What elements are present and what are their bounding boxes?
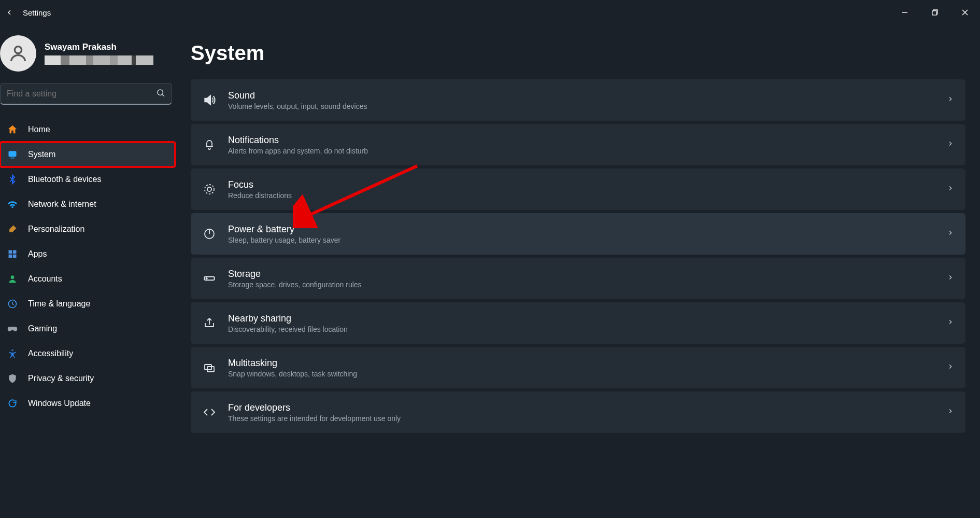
- chevron-right-icon: [947, 318, 954, 328]
- storage-icon: [202, 271, 217, 286]
- card-sub: Sleep, battery usage, battery saver: [228, 236, 935, 244]
- developer-icon: [202, 405, 217, 419]
- card-title: For developers: [228, 402, 935, 413]
- search-field[interactable]: [7, 89, 156, 99]
- sidebar-item-apps[interactable]: Apps: [0, 242, 175, 267]
- bluetooth-icon: [6, 173, 19, 186]
- cards-list: Sound Volume levels, output, input, soun…: [191, 79, 965, 433]
- bell-icon: [202, 137, 217, 152]
- search-input[interactable]: [0, 83, 172, 105]
- close-button[interactable]: [950, 2, 980, 23]
- profile-email-redacted: [45, 55, 153, 65]
- svg-line-6: [162, 94, 164, 96]
- app-title: Settings: [23, 8, 51, 17]
- sound-icon: [202, 93, 217, 107]
- chevron-right-icon: [947, 363, 954, 372]
- profile-name: Swayam Prakash: [45, 42, 153, 52]
- svg-rect-11: [9, 255, 12, 258]
- card-title: Multitasking: [228, 358, 935, 369]
- card-power[interactable]: Power & battery Sleep, battery usage, ba…: [191, 213, 965, 255]
- card-title: Nearby sharing: [228, 313, 935, 324]
- sidebar-item-system[interactable]: System: [0, 142, 175, 167]
- titlebar: Settings: [0, 0, 980, 25]
- sidebar-item-label: Privacy & security: [28, 374, 94, 383]
- card-title: Focus: [228, 179, 935, 190]
- sidebar-item-gaming[interactable]: Gaming: [0, 316, 175, 341]
- card-focus[interactable]: Focus Reduce distractions: [191, 169, 965, 210]
- sidebar: Swayam Prakash Home: [0, 25, 175, 518]
- sidebar-item-winupdate[interactable]: Windows Update: [0, 391, 175, 416]
- person-icon: [6, 273, 19, 285]
- card-multitasking[interactable]: Multitasking Snap windows, desktops, tas…: [191, 347, 965, 388]
- sidebar-item-time[interactable]: Time & language: [0, 291, 175, 316]
- chevron-right-icon: [947, 229, 954, 239]
- profile[interactable]: Swayam Prakash: [0, 35, 175, 83]
- maximize-button[interactable]: [920, 2, 950, 23]
- main: System Sound Volume levels, output, inpu…: [175, 25, 980, 518]
- svg-point-5: [158, 90, 163, 95]
- card-title: Sound: [228, 90, 935, 101]
- sidebar-item-label: System: [28, 150, 55, 159]
- sidebar-item-bluetooth[interactable]: Bluetooth & devices: [0, 167, 175, 192]
- svg-point-15: [11, 349, 13, 351]
- back-button[interactable]: [3, 6, 16, 19]
- avatar: [0, 35, 36, 72]
- card-title: Storage: [228, 269, 935, 279]
- card-devs[interactable]: For developers These settings are intend…: [191, 391, 965, 433]
- sidebar-item-home[interactable]: Home: [0, 117, 175, 142]
- sidebar-item-network[interactable]: Network & internet: [0, 192, 175, 217]
- svg-point-16: [207, 187, 211, 191]
- card-notifications[interactable]: Notifications Alerts from apps and syste…: [191, 124, 965, 165]
- svg-rect-9: [9, 250, 12, 254]
- sidebar-item-personalization[interactable]: Personalization: [0, 217, 175, 242]
- search-icon: [156, 88, 165, 100]
- svg-rect-10: [13, 250, 17, 254]
- svg-rect-8: [11, 158, 15, 159]
- sidebar-item-label: Apps: [28, 249, 47, 259]
- chevron-right-icon: [947, 274, 954, 283]
- sidebar-item-label: Accessibility: [28, 349, 73, 358]
- sidebar-item-label: Time & language: [28, 299, 90, 309]
- power-icon: [202, 227, 217, 241]
- svg-rect-23: [207, 367, 214, 372]
- multitask-icon: [202, 360, 217, 375]
- card-sub: These settings are intended for developm…: [228, 414, 935, 423]
- wifi-icon: [6, 198, 19, 211]
- card-sub: Storage space, drives, configuration rul…: [228, 281, 935, 289]
- sidebar-item-accessibility[interactable]: Accessibility: [0, 341, 175, 366]
- card-storage[interactable]: Storage Storage space, drives, configura…: [191, 258, 965, 299]
- card-sound[interactable]: Sound Volume levels, output, input, soun…: [191, 79, 965, 121]
- nav: Home System Bluetooth & devices Network …: [0, 114, 175, 416]
- card-sub: Discoverability, received files location: [228, 325, 935, 333]
- svg-rect-22: [205, 365, 211, 370]
- home-icon: [6, 123, 19, 136]
- svg-point-21: [206, 278, 207, 279]
- card-title: Power & battery: [228, 224, 935, 235]
- sidebar-item-privacy[interactable]: Privacy & security: [0, 366, 175, 391]
- sidebar-item-accounts[interactable]: Accounts: [0, 267, 175, 291]
- shield-icon: [6, 372, 19, 385]
- focus-icon: [202, 182, 217, 197]
- card-nearby[interactable]: Nearby sharing Discoverability, received…: [191, 302, 965, 344]
- sidebar-item-label: Windows Update: [28, 399, 91, 408]
- sidebar-item-label: Accounts: [28, 274, 62, 284]
- sidebar-item-label: Network & internet: [28, 200, 96, 209]
- clock-icon: [6, 298, 19, 310]
- sidebar-item-label: Personalization: [28, 225, 84, 234]
- svg-rect-1: [932, 11, 936, 15]
- svg-point-4: [15, 47, 21, 53]
- minimize-button[interactable]: [890, 2, 920, 23]
- chevron-right-icon: [947, 95, 954, 105]
- system-icon: [6, 148, 19, 161]
- chevron-right-icon: [947, 140, 954, 149]
- card-sub: Volume levels, output, input, sound devi…: [228, 102, 935, 110]
- card-sub: Snap windows, desktops, task switching: [228, 370, 935, 378]
- page-title: System: [191, 41, 965, 65]
- card-title: Notifications: [228, 135, 935, 146]
- svg-rect-7: [9, 151, 17, 157]
- apps-icon: [6, 248, 19, 260]
- svg-point-13: [11, 275, 15, 279]
- sidebar-item-label: Gaming: [28, 324, 57, 333]
- accessibility-icon: [6, 347, 19, 360]
- share-icon: [202, 316, 217, 330]
